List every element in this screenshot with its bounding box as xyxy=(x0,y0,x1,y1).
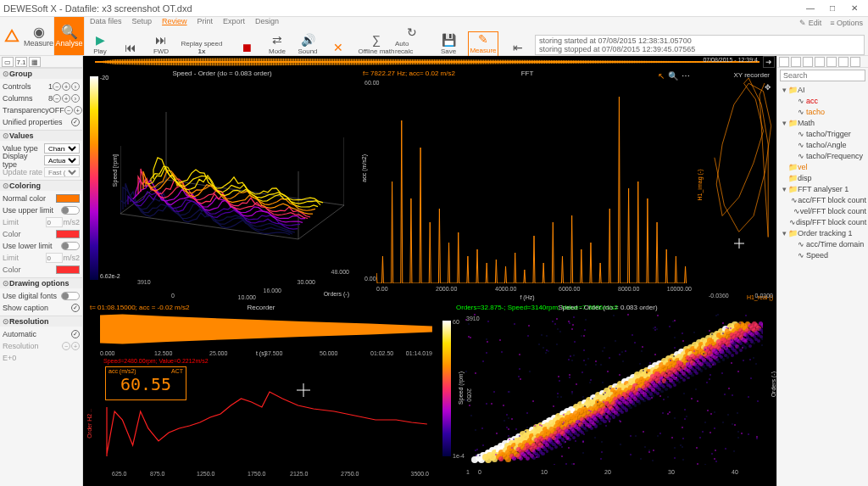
rt-5[interactable] xyxy=(826,57,837,67)
columns-dec[interactable]: − xyxy=(53,94,61,103)
search-input[interactable] xyxy=(780,70,865,81)
upper-limit-toggle[interactable] xyxy=(61,206,80,215)
rt-1[interactable] xyxy=(779,57,789,67)
columns-more[interactable]: › xyxy=(71,94,80,103)
tree-node[interactable]: ▾📁Math xyxy=(779,117,866,128)
tree-node[interactable]: ∿tacho/Angle xyxy=(779,139,866,150)
app-logo-icon xyxy=(0,17,24,55)
right-toolbar xyxy=(777,56,868,68)
panel-tool-1[interactable]: ▭ xyxy=(2,57,14,67)
plot-3d-waterfall[interactable]: Speed - Order (do = 0.083 order) -20 6.6… xyxy=(86,70,358,300)
auto-recalc-button[interactable]: ↻Auto recalc xyxy=(395,25,429,57)
timeline-next-button[interactable]: ➜ xyxy=(763,56,775,68)
colorbar xyxy=(90,76,98,280)
normal-color-swatch[interactable] xyxy=(56,194,80,203)
edit-link[interactable]: ✎ Edit xyxy=(799,19,821,27)
subtab-review[interactable]: Review xyxy=(162,17,187,25)
timeline-waveform xyxy=(95,58,760,66)
close-button[interactable]: ✕ xyxy=(844,2,865,15)
tree-node[interactable]: ∿acc/FFT block count xyxy=(779,194,866,205)
tree-node[interactable]: ▾📁AI xyxy=(779,84,866,95)
forward-button[interactable]: ⏭FWD xyxy=(146,33,176,57)
rewind-icon: ⏮ xyxy=(125,41,136,55)
goto-start-button[interactable]: ⇤ xyxy=(503,41,533,57)
sound-button[interactable]: 🔊Sound xyxy=(292,33,323,57)
rpm-chart xyxy=(102,365,432,466)
controls-more[interactable]: › xyxy=(71,82,80,91)
mode-button[interactable]: ⇄Mode xyxy=(262,33,292,57)
stop-button[interactable]: ⏹ xyxy=(231,41,262,57)
plot-spectrogram[interactable]: 60 1e-4 Orders=32.875-; Speed=3140rpm; V… xyxy=(439,304,776,477)
lower-limit-toggle[interactable] xyxy=(61,242,80,250)
subtab-design[interactable]: Design xyxy=(255,17,279,25)
transp-dec[interactable]: − xyxy=(64,106,73,115)
fft-chart xyxy=(376,80,692,283)
subtab-datafiles[interactable]: Data files xyxy=(90,17,122,25)
section-group-header[interactable]: Group xyxy=(0,68,82,79)
tree-node[interactable]: ▾📁FFT analyser 1 xyxy=(779,183,866,194)
upper-limit-input[interactable] xyxy=(46,217,63,227)
caption-checkbox[interactable]: ✓ xyxy=(71,304,80,312)
plot-fft[interactable]: f= 7822.27 Hz; acc= 0.02 m/s2 FFT ↖ 🔍 ⋯ … xyxy=(359,70,695,300)
mute-icon: ✕ xyxy=(333,41,343,55)
controls-dec[interactable]: − xyxy=(53,82,61,91)
timeline-timestamp: 07/08/2015 - 12:39:4 xyxy=(703,57,758,63)
plot-rpm-order[interactable]: Speed=2480.00rpm; Value=0.2212m/s2 acc (… xyxy=(86,358,436,477)
right-panel: ▾📁AI∿acc∿tacho▾📁Math∿tacho/Trigger∿tacho… xyxy=(776,56,868,486)
tree-node[interactable]: ∿tacho/Frequency xyxy=(779,150,866,161)
mode-analyse-tab[interactable]: 🔍 Analyse xyxy=(54,17,85,55)
section-drawopt-header[interactable]: Drawing options xyxy=(0,277,82,288)
subtab-export[interactable]: Export xyxy=(223,17,245,25)
measure-button[interactable]: ✎Measure xyxy=(468,31,498,57)
tree-node[interactable]: ∿tacho/Trigger xyxy=(779,128,866,139)
mute-button[interactable]: ✕ xyxy=(323,41,353,57)
tree-node[interactable]: ∿disp/FFT block count xyxy=(779,216,866,227)
panel-tool-3[interactable]: ▦ xyxy=(29,57,41,67)
waterfall-surface xyxy=(120,112,344,248)
save-button[interactable]: 💾Save xyxy=(433,33,464,57)
mode-measure-tab[interactable]: ◉ Measure xyxy=(24,17,54,55)
maximize-button[interactable]: □ xyxy=(822,2,843,15)
controls-inc[interactable]: + xyxy=(62,82,70,91)
subtab-print[interactable]: Print xyxy=(198,17,214,25)
upper-color-swatch[interactable] xyxy=(56,230,80,238)
minimize-button[interactable]: — xyxy=(800,2,821,15)
tree-node[interactable]: 📁vel xyxy=(779,161,866,172)
rt-2[interactable] xyxy=(791,57,801,67)
transp-inc[interactable]: + xyxy=(74,106,82,115)
columns-inc[interactable]: + xyxy=(62,94,70,103)
play-button[interactable]: ▶Play xyxy=(85,33,115,57)
lower-color-swatch[interactable] xyxy=(56,265,80,274)
rt-3[interactable] xyxy=(803,57,813,67)
tree-node[interactable]: ∿tacho xyxy=(779,106,866,117)
digital-font-toggle[interactable] xyxy=(61,292,80,300)
panel-tool-2[interactable]: 7.1 xyxy=(15,57,27,67)
plot-recorder[interactable]: t= 01:08.15000; acc = -0.02 m/s2 Recorde… xyxy=(86,304,436,356)
rt-7[interactable] xyxy=(850,57,860,67)
tree-node[interactable]: ∿acc xyxy=(779,95,866,106)
display-type-select[interactable]: Actual xyxy=(44,155,80,165)
subtab-setup[interactable]: Setup xyxy=(132,17,153,25)
section-values-header[interactable]: Values xyxy=(0,130,82,141)
lower-limit-input[interactable] xyxy=(46,253,63,263)
play-icon: ▶ xyxy=(96,33,105,47)
rt-4[interactable] xyxy=(815,57,825,67)
plot-xy-recorder[interactable]: XY recorder ✥ H1_imag (-) H1_real () -0.… xyxy=(697,70,775,300)
rt-6[interactable] xyxy=(838,57,849,67)
tree-node[interactable]: ∿Speed xyxy=(779,249,866,260)
options-link[interactable]: ≡ Options xyxy=(830,19,863,27)
value-type-select[interactable]: Channel xyxy=(44,143,80,154)
svg-marker-0 xyxy=(6,30,18,41)
offline-math-button[interactable]: ∑Offline math xyxy=(358,33,395,57)
rewind-button[interactable]: ⏮ xyxy=(115,41,146,57)
auto-res-checkbox[interactable]: ✓ xyxy=(71,330,80,338)
unified-checkbox[interactable]: ✓ xyxy=(71,118,80,126)
section-resolution-header[interactable]: Resolution xyxy=(0,316,82,327)
replay-speed[interactable]: Replay speed1x xyxy=(176,40,227,57)
section-coloring-header[interactable]: Coloring xyxy=(0,180,82,191)
tree-node[interactable]: ∿acc/Time domain xyxy=(779,238,866,249)
tree-node[interactable]: ∿vel/FFT block count xyxy=(779,205,866,216)
timeline-strip[interactable]: 07/08/2015 - 12:39:4 ➜ xyxy=(83,56,776,68)
tree-node[interactable]: 📁disp xyxy=(779,172,866,183)
tree-node[interactable]: ▾📁Order tracking 1 xyxy=(779,227,866,238)
